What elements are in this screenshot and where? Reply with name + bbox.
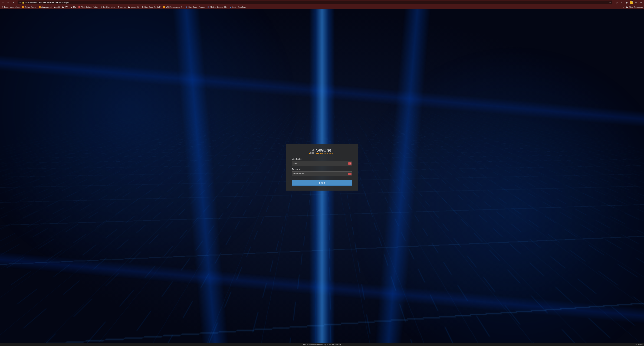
url-suffix: :22471/login: [58, 2, 69, 4]
extensions-icon[interactable]: ⧉: [634, 1, 638, 4]
bookmark-item[interactable]: ▥Alerting Devices: 88...: [207, 6, 227, 8]
footer-bar: SevOne Data Insight Software (6.5.0 sha1…: [0, 343, 644, 346]
url-prefix: https://ussouth.: [26, 2, 39, 4]
password-manager-icon[interactable]: •••: [348, 162, 352, 165]
bookmark-item[interactable]: ▥Data Cloud - Featur...: [186, 6, 205, 8]
extension-icon[interactable]: 2: [630, 1, 633, 4]
bookmark-label: Alerting Devices: 88...: [210, 6, 227, 8]
account-icon[interactable]: ◉: [625, 1, 628, 4]
bookmark-label: VPC Management C...: [166, 6, 184, 8]
bookmarks-overflow[interactable]: »: [623, 6, 624, 8]
bookmark-icon: [142, 6, 144, 8]
url-bar[interactable]: 🛡 🔒 https://ussouth.techzone-services.co…: [18, 0, 612, 4]
url-text: https://ussouth.techzone-services.com:22…: [26, 2, 608, 4]
bookmark-item[interactable]: Data Cloud Config UI: [142, 6, 161, 8]
bookmark-icon: [100, 6, 102, 8]
bookmark-icon: [118, 6, 120, 8]
login-page: SevOne DATA INSIGHT Username ••• Passwor…: [0, 9, 644, 346]
bookmark-icon: [70, 6, 72, 8]
logo-main-text: SevOne: [316, 148, 335, 152]
url-domain: techzone-services.com: [39, 2, 58, 4]
bookmark-icon: [54, 6, 56, 8]
bookmark-label: vcenter: [120, 6, 126, 8]
bookmark-item[interactable]: diagrams.net: [39, 6, 52, 8]
bookmark-label: Data Cloud Config UI: [144, 6, 161, 8]
bookmark-label: qotd: [56, 6, 60, 8]
bookmark-label: Import bookmarks...: [4, 6, 20, 8]
username-label: Username: [292, 158, 352, 160]
footer-brand-text: SevOne: [636, 344, 643, 346]
bookmark-icon: [128, 6, 130, 8]
downloads-icon[interactable]: ⬇: [620, 1, 623, 4]
bookmark-item[interactable]: ☁Login | Salesforce: [229, 6, 246, 8]
menu-icon[interactable]: ≡: [640, 1, 642, 4]
bookmark-icon: [62, 6, 64, 8]
bookmark-item[interactable]: Getting Started: [22, 6, 36, 8]
back-button[interactable]: ←: [2, 1, 5, 4]
reload-button[interactable]: ⟳: [11, 1, 15, 4]
password-manager-icon[interactable]: •••: [348, 173, 352, 175]
nav-row: ← → ⟳ 🛡 🔒 https://ussouth.techzone-servi…: [0, 0, 644, 5]
forward-button[interactable]: →: [6, 1, 10, 4]
bookmark-label: *IBM Software Netw...: [81, 6, 98, 8]
other-bookmarks-label: Other Bookmarks: [629, 6, 642, 8]
bookmark-label: IBM: [73, 6, 76, 8]
username-input[interactable]: [292, 161, 352, 166]
bookmark-item[interactable]: SevOne - aiops: [100, 6, 115, 8]
password-label: Password: [292, 168, 352, 170]
footer-text: SevOne Data Insight Software (6.5.0 sha1…: [303, 344, 341, 346]
browser-right-icons: ◇ ⬇ ◉ 2 ⧉ ≡: [615, 1, 642, 4]
bookmark-icon: ⇩: [2, 6, 4, 8]
pocket-icon[interactable]: ◇: [615, 1, 618, 4]
password-input[interactable]: [292, 172, 352, 176]
shield-icon: 🛡: [19, 2, 21, 4]
bookmarks-bar: ⇩Import bookmarks...Getting Starteddiagr…: [0, 5, 644, 9]
bookmark-icon: [22, 6, 24, 8]
bookmark-icon: [163, 6, 165, 8]
logo: SevOne DATA INSIGHT: [292, 148, 352, 154]
bookmark-item[interactable]: vcenter lab: [128, 6, 140, 8]
bookmark-label: Getting Started: [24, 6, 36, 8]
bookmark-item[interactable]: ⇩Import bookmarks...: [2, 6, 20, 8]
bookmark-label: SevOne - aiops: [103, 6, 115, 8]
browser-chrome: ← → ⟳ 🛡 🔒 https://ussouth.techzone-servi…: [0, 0, 644, 9]
bookmark-item[interactable]: VPC Management C...: [163, 6, 184, 8]
bookmark-icon: [78, 6, 80, 8]
bookmark-label: Login | Salesforce: [232, 6, 246, 8]
folder-icon: [626, 6, 628, 8]
footer-logo-icon: [635, 344, 636, 345]
lock-icon: 🔒: [22, 2, 24, 4]
logo-sub-text: DATA INSIGHT: [316, 152, 335, 154]
logo-grid-icon: [309, 149, 314, 154]
bookmark-item[interactable]: vcenter: [118, 6, 126, 8]
bookmark-icon: ▥: [207, 6, 210, 8]
bookmark-item[interactable]: qotd: [54, 6, 60, 8]
bookmark-icon: [39, 6, 41, 8]
login-button[interactable]: Login: [292, 180, 352, 186]
star-icon[interactable]: ☆: [609, 2, 611, 4]
bookmark-label: vcenter lab: [131, 6, 140, 8]
bookmark-icon: ▥: [186, 6, 188, 8]
bookmark-icon: ☁: [229, 6, 232, 8]
bookmark-label: Data Cloud - Featur...: [188, 6, 205, 8]
bookmark-item[interactable]: *IBM Software Netw...: [78, 6, 98, 8]
footer-logo: SevOne: [635, 344, 643, 346]
other-bookmarks[interactable]: Other Bookmarks: [626, 6, 642, 8]
bookmark-label: diagrams.net: [42, 6, 52, 8]
bookmark-label: EAP: [65, 6, 68, 8]
bookmark-item[interactable]: IBM: [70, 6, 76, 8]
login-card: SevOne DATA INSIGHT Username ••• Passwor…: [286, 144, 358, 190]
bookmark-item[interactable]: EAP: [62, 6, 68, 8]
extension-badge: 2: [632, 0, 633, 2]
